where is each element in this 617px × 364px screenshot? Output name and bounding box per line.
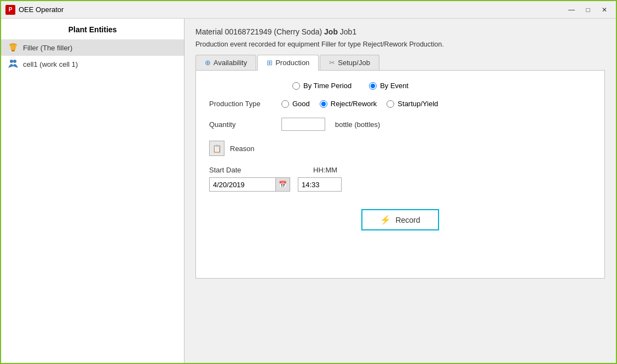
job-label: Job	[324, 27, 338, 36]
material-value: 00168721949 (Cherry Soda)	[225, 27, 322, 36]
tab-production[interactable]: ⊞ Production	[257, 55, 319, 71]
radio-reject-rework[interactable]: Reject/Rework	[320, 100, 377, 108]
material-label: Material	[195, 27, 223, 36]
tab-setup-job-label: Setup/Job	[338, 59, 370, 67]
job-value: Job1	[340, 27, 356, 36]
quantity-unit: bottle (bottles)	[335, 120, 380, 129]
date-input[interactable]	[210, 178, 275, 191]
tab-content-production: By Time Period By Event Production Type …	[195, 71, 605, 279]
radio-startup-yield[interactable]: Startup/Yield	[387, 100, 438, 108]
radio-startup-yield-label: Startup/Yield	[397, 100, 438, 108]
app-icon: P	[5, 5, 15, 15]
quantity-label: Quantity	[209, 120, 275, 129]
titlebar: P OEE Operator — □ ✕	[1, 1, 616, 19]
material-header: Material 00168721949 (Cherry Soda) Job J…	[195, 27, 605, 36]
main-window: P OEE Operator — □ ✕ Plant Entities	[0, 0, 617, 364]
tabs: ⊕ Availability ⊞ Production ✂ Setup/Job	[195, 55, 605, 71]
svg-rect-2	[11, 50, 15, 51]
filler-icon	[8, 42, 19, 53]
radio-by-time-period-label: By Time Period	[303, 82, 351, 90]
quantity-input[interactable]	[281, 118, 325, 131]
quantity-row: Quantity bottle (bottles)	[209, 118, 591, 131]
sidebar-header: Plant Entities	[1, 21, 184, 39]
availability-icon: ⊕	[205, 59, 211, 67]
record-icon: ⚡	[380, 215, 391, 225]
radio-by-event[interactable]: By Event	[369, 82, 408, 90]
hhmm-label: HH:MM	[313, 166, 337, 174]
production-icon: ⊞	[267, 59, 273, 67]
sidebar-item-filler-label: Filler (The filler)	[23, 44, 72, 52]
main-panel: Material 00168721949 (Cherry Soda) Job J…	[184, 19, 616, 363]
timing-radio-group: By Time Period By Event	[209, 82, 591, 90]
sidebar-item-cell1-label: cell1 (work cell 1)	[23, 60, 78, 68]
setup-icon: ✂	[329, 59, 335, 67]
calendar-icon: 📅	[279, 181, 287, 188]
sidebar-item-filler[interactable]: Filler (The filler)	[1, 39, 184, 56]
calendar-button[interactable]: 📅	[275, 178, 290, 191]
tab-setup-job[interactable]: ✂ Setup/Job	[320, 55, 379, 70]
date-input-wrapper: 📅	[209, 177, 290, 192]
radio-by-time-period-input[interactable]	[292, 82, 300, 90]
sidebar: Plant Entities Filler (The filler)	[1, 19, 184, 363]
radio-startup-yield-input[interactable]	[387, 100, 394, 108]
radio-good[interactable]: Good	[281, 100, 310, 108]
tab-availability[interactable]: ⊕ Availability	[195, 55, 256, 70]
svg-marker-1	[10, 45, 16, 50]
tab-production-label: Production	[275, 59, 309, 67]
svg-point-4	[13, 60, 16, 63]
radio-reject-rework-input[interactable]	[320, 100, 327, 108]
content-area: Plant Entities Filler (The filler)	[1, 19, 616, 363]
minimize-button[interactable]: —	[564, 4, 579, 16]
radio-by-time-period[interactable]: By Time Period	[292, 82, 351, 90]
date-inputs: 📅	[209, 177, 591, 192]
date-time-section: Start Date HH:MM 📅	[209, 166, 591, 192]
svg-point-3	[10, 60, 13, 63]
reason-clipboard-icon: 📋	[212, 145, 222, 153]
reason-label: Reason	[230, 145, 255, 153]
date-labels: Start Date HH:MM	[209, 166, 591, 174]
info-text: Production event recorded for equipment …	[195, 41, 605, 48]
sidebar-item-cell1[interactable]: cell1 (work cell 1)	[1, 56, 184, 72]
record-btn-row: ⚡ Record	[209, 209, 591, 230]
maximize-button[interactable]: □	[581, 4, 595, 16]
reason-row: 📋 Reason	[209, 141, 591, 156]
radio-by-event-input[interactable]	[369, 82, 377, 90]
production-type-row: Production Type Good Reject/Rework St	[209, 100, 591, 108]
start-date-label: Start Date	[209, 166, 313, 174]
record-button-label: Record	[395, 216, 420, 224]
production-type-options: Good Reject/Rework Startup/Yield	[281, 100, 438, 108]
production-type-label: Production Type	[209, 100, 275, 108]
radio-reject-rework-label: Reject/Rework	[331, 100, 377, 108]
close-button[interactable]: ✕	[597, 4, 612, 16]
radio-good-label: Good	[292, 100, 310, 108]
cell-icon	[8, 59, 19, 70]
window-title: OEE Operator	[19, 5, 564, 14]
record-button[interactable]: ⚡ Record	[361, 209, 439, 230]
radio-good-input[interactable]	[281, 100, 289, 108]
tab-availability-label: Availability	[214, 59, 247, 67]
radio-by-event-label: By Event	[380, 82, 408, 90]
time-input[interactable]	[298, 177, 342, 192]
reason-button[interactable]: 📋	[209, 141, 224, 156]
window-controls: — □ ✕	[564, 4, 612, 16]
